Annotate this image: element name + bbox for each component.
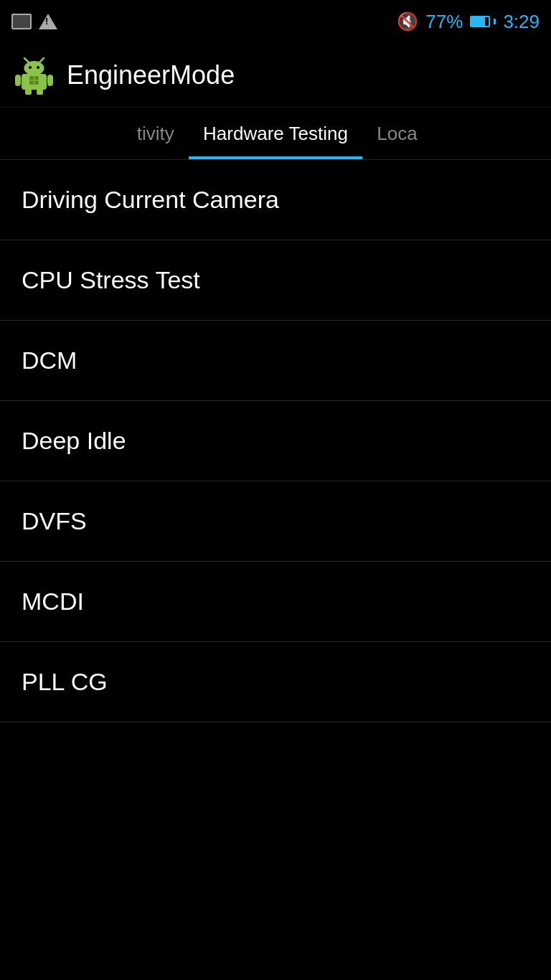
status-bar-right: 🔇 77% 3:29 — [397, 11, 540, 33]
warning-icon — [39, 14, 57, 29]
battery-body — [470, 16, 490, 27]
svg-point-1 — [24, 61, 44, 75]
tab-hardware-testing[interactable]: Hardware Testing — [189, 108, 363, 159]
tab-hardware-testing-label: Hardware Testing — [203, 123, 348, 145]
app-bar: EngineerMode — [0, 43, 551, 108]
list-container: Driving Current Camera CPU Stress Test D… — [0, 160, 551, 722]
svg-line-5 — [39, 58, 44, 62]
list-item-pll-cg[interactable]: PLL CG — [0, 642, 551, 722]
list-item-driving-current-camera[interactable]: Driving Current Camera — [0, 160, 551, 240]
list-item-cpu-stress-test-label: CPU Stress Test — [22, 266, 200, 293]
list-item-mcdi-label: MCDI — [22, 588, 84, 615]
svg-rect-9 — [37, 88, 43, 95]
tab-activity[interactable]: tivity — [0, 108, 189, 159]
list-item-deep-idle-label: Deep Idle — [22, 427, 126, 454]
image-icon — [11, 14, 32, 29]
list-item-pll-cg-label: PLL CG — [22, 668, 108, 695]
tab-location-label: Loca — [377, 123, 417, 145]
svg-rect-6 — [15, 75, 21, 86]
tab-activity-label: tivity — [137, 123, 174, 145]
mute-icon: 🔇 — [397, 11, 418, 32]
android-logo — [14, 55, 54, 95]
list-item-deep-idle[interactable]: Deep Idle — [0, 401, 551, 481]
status-bar-left — [11, 14, 57, 29]
app-title: EngineerMode — [67, 60, 235, 90]
clock: 3:29 — [503, 11, 540, 33]
battery-fill — [471, 17, 484, 26]
svg-point-2 — [29, 66, 32, 69]
svg-point-3 — [37, 66, 39, 69]
list-item-driving-current-camera-label: Driving Current Camera — [22, 186, 279, 213]
tab-location[interactable]: Loca — [362, 108, 551, 159]
list-item-dcm-label: DCM — [22, 347, 77, 374]
list-item-dvfs-label: DVFS — [22, 507, 87, 534]
svg-rect-7 — [47, 75, 53, 86]
svg-line-4 — [24, 58, 29, 62]
list-item-cpu-stress-test[interactable]: CPU Stress Test — [0, 240, 551, 321]
list-item-dvfs[interactable]: DVFS — [0, 481, 551, 562]
tab-bar: tivity Hardware Testing Loca — [0, 108, 551, 160]
battery-percent: 77% — [425, 11, 463, 33]
list-item-dcm[interactable]: DCM — [0, 321, 551, 401]
svg-rect-8 — [25, 88, 32, 95]
battery-tip — [494, 19, 496, 24]
status-bar: 🔇 77% 3:29 — [0, 0, 551, 43]
battery-icon — [470, 16, 496, 27]
list-item-mcdi[interactable]: MCDI — [0, 562, 551, 642]
